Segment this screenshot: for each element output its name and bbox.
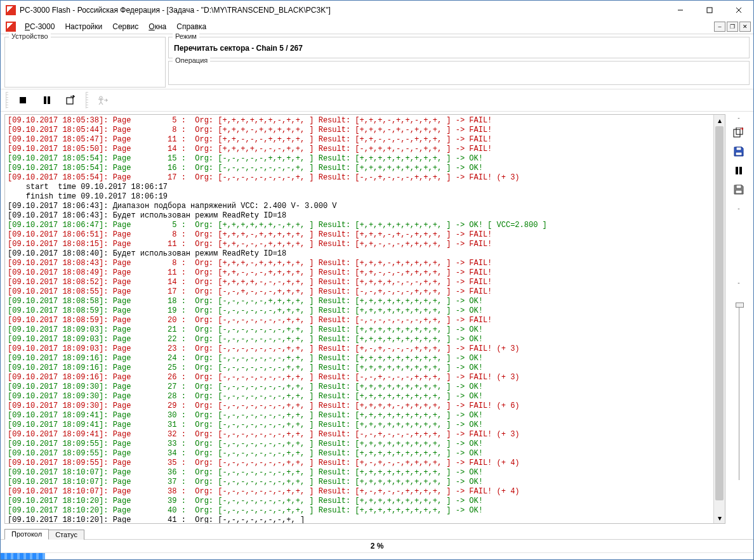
log-line: [09.10.2017 18:10:20]: Page 39 : Org: [-… [8, 497, 711, 506]
log-line: [09.10.2017 18:08:58]: Page 18 : Org: [-… [8, 297, 711, 306]
mdi-close-button[interactable]: ✕ [739, 22, 751, 32]
log-line: [09.10.2017 18:09:41]: Page 32 : Org: [-… [8, 430, 711, 440]
mdi-restore-button[interactable]: ❐ [727, 22, 738, 32]
log-line: [09.10.2017 18:08:15]: Page 11 : Org: [+… [8, 240, 711, 249]
tab-protocol[interactable]: Протокол [4, 529, 49, 540]
menu-pc-3000[interactable]: PC-3000 [20, 21, 60, 32]
log-line: finish time 09.10.2017 18:06:19 [8, 192, 711, 202]
menubar: PC-3000НастройкиСервисОкнаСправка – ❐ ✕ [1, 20, 753, 34]
log-line: [09.10.2017 18:08:52]: Page 14 : Org: [+… [8, 278, 711, 287]
side-toolbar: - - - [728, 114, 750, 524]
log-line: [09.10.2017 18:09:30]: Page 29 : Org: [-… [8, 401, 711, 411]
scroll-up-arrow[interactable]: ▴ [714, 115, 725, 126]
log-line: [09.10.2017 18:09:55]: Page 35 : Org: [-… [8, 459, 711, 468]
svg-rect-1 [707, 8, 712, 13]
progress-fill [1, 553, 45, 559]
log-line: [09.10.2017 18:06:51]: Page 8 : Org: [+,… [8, 230, 711, 240]
top-panels: Устройство Режим Перечитать сектора - Ch… [1, 34, 753, 89]
side-slider-thumb[interactable] [736, 303, 744, 308]
device-legend: Устройство [9, 32, 51, 40]
minimize-button[interactable] [666, 1, 695, 20]
step-out-button[interactable] [59, 91, 83, 110]
device-fieldset: Устройство [4, 37, 166, 88]
log-line: [09.10.2017 18:09:55]: Page 33 : Org: [-… [8, 440, 711, 449]
mdi-minimize-button[interactable]: – [714, 22, 725, 32]
menu-сервис[interactable]: Сервис [107, 21, 143, 32]
progress-percent-text: 2 % [1, 542, 753, 550]
toolbar-grip [6, 92, 8, 108]
log-line: [09.10.2017 18:09:16]: Page 25 : Org: [-… [8, 363, 711, 373]
app-icon [6, 5, 16, 15]
side-tick-2: - [737, 205, 739, 212]
tab-status[interactable]: Статус [48, 530, 84, 540]
log-line: [09.10.2017 18:10:07]: Page 38 : Org: [-… [8, 487, 711, 497]
svg-rect-6 [48, 96, 50, 104]
toolbar [1, 89, 753, 112]
log-line: [09.10.2017 18:10:07]: Page 37 : Org: [-… [8, 478, 711, 487]
svg-rect-20 [736, 185, 741, 188]
maximize-button[interactable] [695, 1, 724, 20]
log-line: [09.10.2017 18:09:55]: Page 34 : Org: [-… [8, 449, 711, 459]
svg-rect-14 [734, 129, 740, 137]
svg-rect-19 [739, 167, 742, 174]
log-line: [09.10.2017 18:08:40]: Будет использован… [8, 249, 711, 259]
operation-legend: Операция [173, 56, 210, 64]
svg-rect-17 [736, 152, 742, 155]
bottom-tabs: Протокол Статус [1, 526, 753, 539]
log-line: [09.10.2017 18:06:43]: Будет использован… [8, 211, 711, 221]
mode-legend: Режим [173, 32, 199, 40]
save-alt-button[interactable] [731, 182, 747, 197]
side-pause-button[interactable] [731, 163, 747, 178]
log-line: [09.10.2017 18:09:41]: Page 31 : Org: [-… [8, 420, 711, 430]
main-area: [09.10.2017 18:05:38]: Page 5 : Org: [+,… [1, 112, 753, 526]
save-button[interactable] [731, 144, 747, 159]
app-small-icon[interactable] [6, 22, 16, 32]
app-window: PC-3000 Flash - Российская Федерация - [… [0, 0, 754, 560]
log-line: [09.10.2017 18:09:41]: Page 30 : Org: [-… [8, 411, 711, 420]
svg-rect-21 [736, 190, 742, 193]
log-line: [09.10.2017 18:06:47]: Page 5 : Org: [+,… [8, 221, 711, 230]
svg-point-8 [100, 96, 102, 99]
log-line: [09.10.2017 18:08:49]: Page 11 : Org: [+… [8, 268, 711, 278]
log-line: [09.10.2017 18:09:03]: Page 22 : Org: [-… [8, 335, 711, 344]
side-tick-1: - [737, 114, 739, 121]
log-line: [09.10.2017 18:05:50]: Page 14 : Org: [+… [8, 145, 711, 154]
stop-button[interactable] [11, 91, 35, 110]
svg-rect-16 [736, 147, 741, 150]
menu-справка[interactable]: Справка [171, 21, 211, 32]
pause-button[interactable] [35, 91, 59, 110]
copy-to-clipboard-button[interactable] [731, 125, 747, 140]
svg-rect-5 [44, 96, 46, 104]
log-line: [09.10.2017 18:09:30]: Page 28 : Org: [-… [8, 392, 711, 401]
log-line: [09.10.2017 18:09:03]: Page 23 : Org: [-… [8, 344, 711, 354]
mode-value: Перечитать сектора - Chain 5 / 267 [174, 41, 744, 53]
menu-настройки[interactable]: Настройки [60, 21, 107, 32]
menu-окна[interactable]: Окна [143, 21, 171, 32]
log-line: [09.10.2017 18:05:54]: Page 15 : Org: [-… [8, 154, 711, 164]
statusbar: 2 % [1, 539, 753, 552]
log-line: [09.10.2017 18:05:38]: Page 5 : Org: [+,… [8, 116, 711, 126]
titlebar: PC-3000 Flash - Российская Федерация - [… [1, 1, 753, 20]
log-line: [09.10.2017 18:06:43]: Диапазон подбора … [8, 202, 711, 211]
log-line: [09.10.2017 18:08:55]: Page 17 : Org: [-… [8, 287, 711, 297]
scroll-thumb[interactable] [715, 126, 724, 500]
run-button[interactable] [91, 91, 115, 110]
operation-fieldset: Операция [168, 61, 750, 85]
log-line: [09.10.2017 18:09:30]: Page 27 : Org: [-… [8, 382, 711, 392]
log-line: [09.10.2017 18:09:16]: Page 26 : Org: [-… [8, 373, 711, 382]
scroll-down-arrow[interactable]: ▾ [714, 512, 725, 523]
side-tick-3: - [737, 279, 739, 286]
close-button[interactable] [724, 1, 753, 20]
log-line: [09.10.2017 18:09:16]: Page 24 : Org: [-… [8, 354, 711, 363]
toolbar-sep [86, 92, 88, 108]
log-line: [09.10.2017 18:10:20]: Page 40 : Org: [-… [8, 506, 711, 516]
log-line: [09.10.2017 18:05:54]: Page 16 : Org: [-… [8, 164, 711, 173]
vertical-scrollbar[interactable]: ▴ ▾ [713, 115, 725, 523]
log-line: [09.10.2017 18:05:54]: Page 17 : Org: [-… [8, 173, 711, 183]
svg-rect-18 [736, 167, 738, 174]
window-title: PC-3000 Flash - Российская Федерация - [… [20, 6, 666, 15]
log-line: [09.10.2017 18:10:07]: Page 36 : Org: [-… [8, 468, 711, 478]
svg-rect-7 [67, 98, 73, 104]
log-content[interactable]: [09.10.2017 18:05:38]: Page 5 : Org: [+,… [5, 115, 713, 523]
side-slider[interactable] [739, 303, 739, 480]
